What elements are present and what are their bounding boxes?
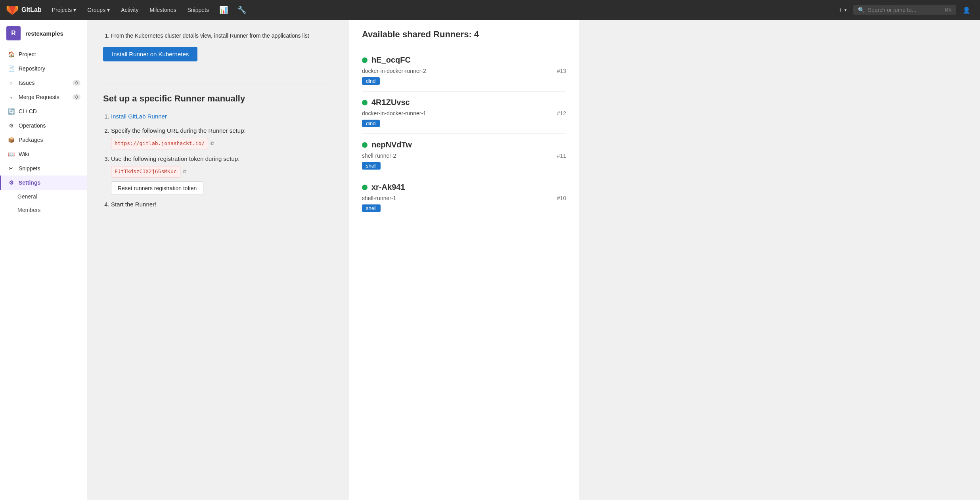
runner-description: shell-runner-2 xyxy=(362,153,396,159)
top-navigation: GitLab Projects ▾ Groups ▾ Activity Mile… xyxy=(0,0,980,20)
chevron-down-icon: ▾ xyxy=(107,7,110,13)
settings-icon: ⚙ xyxy=(8,179,15,186)
runner-name: 4R1ZUvsc xyxy=(371,98,410,107)
manual-step-3: Use the following registration token dur… xyxy=(111,154,333,195)
sidebar-item-label: Packages xyxy=(19,137,43,143)
sidebar-item-label: Issues xyxy=(19,80,34,86)
sidebar-header: R restexamples xyxy=(0,20,87,47)
new-item-btn[interactable]: ＋ ▾ xyxy=(834,4,850,17)
sidebar-sub-item-general[interactable]: General xyxy=(0,190,87,203)
operations-icon: ⚙ xyxy=(8,122,15,129)
plus-icon: ＋ xyxy=(837,6,844,14)
runners-title: Available shared Runners: 4 xyxy=(362,29,566,40)
copy-url-button[interactable]: ⧉ xyxy=(211,140,214,147)
nav-snippets[interactable]: Snippets xyxy=(183,4,212,15)
runner-status-dot xyxy=(362,185,368,190)
manual-step-2: Specify the following URL during the Run… xyxy=(111,126,333,149)
issues-badge: 0 xyxy=(73,80,80,86)
runner-id: #12 xyxy=(557,110,566,116)
sidebar-item-label: Repository xyxy=(19,65,45,72)
runner-tag: dind xyxy=(362,77,380,85)
runner-description: docker-in-docker-runner-2 xyxy=(362,68,426,74)
nav-milestones[interactable]: Milestones xyxy=(146,4,180,15)
install-gitlab-runner-link[interactable]: Install GitLab Runner xyxy=(111,113,167,120)
sidebar-item-packages[interactable]: 📦 Packages xyxy=(0,133,87,147)
runner-tag: shell xyxy=(362,204,381,212)
runner-name: nepNVdTw xyxy=(371,140,412,149)
sidebar-item-label: Wiki xyxy=(19,151,29,157)
manual-section-title: Set up a specific Runner manually xyxy=(103,94,333,104)
brand-logo[interactable]: GitLab xyxy=(6,4,42,16)
issues-icon: ○ xyxy=(8,80,15,86)
snippets-icon: ✂ xyxy=(8,165,15,172)
ci-cd-icon: 🔄 xyxy=(8,108,15,115)
sidebar-item-issues[interactable]: ○ Issues 0 xyxy=(0,76,87,90)
runner-item: xr-Ak941 shell-runner-1 #10 shell xyxy=(362,176,566,218)
runner-id: #10 xyxy=(557,195,566,201)
sidebar-item-ci-cd[interactable]: 🔄 CI / CD xyxy=(0,104,87,118)
packages-icon: 📦 xyxy=(8,137,15,143)
runner-name: xr-Ak941 xyxy=(371,183,405,192)
sidebar-item-label: Merge Requests xyxy=(19,94,59,100)
runner-id: #13 xyxy=(557,68,566,74)
nav-projects[interactable]: Projects ▾ xyxy=(48,4,80,15)
avatar: R xyxy=(6,26,21,40)
user-avatar-btn[interactable]: 👤 xyxy=(959,4,974,16)
runner-status-dot xyxy=(362,142,368,148)
sidebar-item-settings[interactable]: ⚙ Settings xyxy=(0,176,87,190)
runner-token-code: EJtTkdszC3X2j65sMKUc xyxy=(111,166,180,177)
runner-description: shell-runner-1 xyxy=(362,195,396,201)
sidebar-item-snippets[interactable]: ✂ Snippets xyxy=(0,161,87,176)
right-panel: Available shared Runners: 4 hE_ocqFC doc… xyxy=(349,20,579,500)
install-runner-kubernetes-button[interactable]: Install Runner on Kubernetes xyxy=(103,47,197,61)
copy-token-button[interactable]: ⧉ xyxy=(183,168,186,175)
sidebar-item-label: CI / CD xyxy=(19,108,37,115)
sidebar-sub-item-members[interactable]: Members xyxy=(0,203,87,217)
search-icon: 🔍 xyxy=(858,7,865,13)
search-shortcut: ⌘K xyxy=(944,8,951,13)
runner-name: hE_ocqFC xyxy=(371,55,411,65)
step-4-text: Start the Runner! xyxy=(111,201,156,208)
wrench-icon-btn[interactable]: 🔧 xyxy=(234,3,249,17)
home-icon: 🏠 xyxy=(8,51,15,57)
project-name: restexamples xyxy=(25,30,63,37)
sidebar: R restexamples 🏠 Project 📄 Repository ○ … xyxy=(0,20,87,500)
sidebar-item-repository[interactable]: 📄 Repository xyxy=(0,61,87,76)
sidebar-item-label: Project xyxy=(19,51,36,57)
runner-item: nepNVdTw shell-runner-2 #11 shell xyxy=(362,134,566,176)
step-2-text: Specify the following URL during the Run… xyxy=(111,127,246,134)
runner-item: 4R1ZUvsc docker-in-docker-runner-1 #12 d… xyxy=(362,92,566,134)
runner-status-dot xyxy=(362,100,368,105)
nav-activity[interactable]: Activity xyxy=(117,4,142,15)
chevron-down-icon: ▾ xyxy=(73,7,76,13)
manual-steps-list: Install GitLab Runner Specify the follow… xyxy=(103,112,333,209)
search-box[interactable]: 🔍 ⌘K xyxy=(853,5,956,15)
merge-requests-badge: 0 xyxy=(73,94,80,100)
runner-status-dot xyxy=(362,57,368,63)
manual-step-4: Start the Runner! xyxy=(111,200,333,209)
search-input[interactable] xyxy=(868,7,941,13)
sidebar-item-wiki[interactable]: 📖 Wiki xyxy=(0,147,87,161)
wiki-icon: 📖 xyxy=(8,151,15,157)
runner-url-code: https://gitlab.jonashackt.io/ xyxy=(111,138,208,149)
sidebar-item-merge-requests[interactable]: ⑂ Merge Requests 0 xyxy=(0,90,87,104)
sidebar-item-label: Operations xyxy=(19,122,46,129)
repository-icon: 📄 xyxy=(8,65,15,72)
center-panel: From the Kubernetes cluster details view… xyxy=(87,20,349,500)
runner-description: docker-in-docker-runner-1 xyxy=(362,110,426,116)
section-divider xyxy=(103,84,333,84)
sidebar-item-project[interactable]: 🏠 Project xyxy=(0,47,87,61)
merge-requests-icon: ⑂ xyxy=(8,94,15,100)
sidebar-item-operations[interactable]: ⚙ Operations xyxy=(0,118,87,133)
runner-id: #11 xyxy=(557,153,566,159)
brand-name: GitLab xyxy=(21,6,42,13)
runner-tag: dind xyxy=(362,120,380,127)
reset-token-button[interactable]: Reset runners registration token xyxy=(111,181,203,195)
runner-item: hE_ocqFC docker-in-docker-runner-2 #13 d… xyxy=(362,49,566,92)
chart-icon-btn[interactable]: 📊 xyxy=(216,3,231,17)
step-3-text: Use the following registration token dur… xyxy=(111,155,239,162)
kubernetes-step-item: From the Kubernetes cluster details view… xyxy=(111,32,333,39)
chevron-down-icon: ▾ xyxy=(844,8,847,13)
kubernetes-steps-list: From the Kubernetes cluster details view… xyxy=(103,32,333,39)
nav-groups[interactable]: Groups ▾ xyxy=(83,4,114,15)
